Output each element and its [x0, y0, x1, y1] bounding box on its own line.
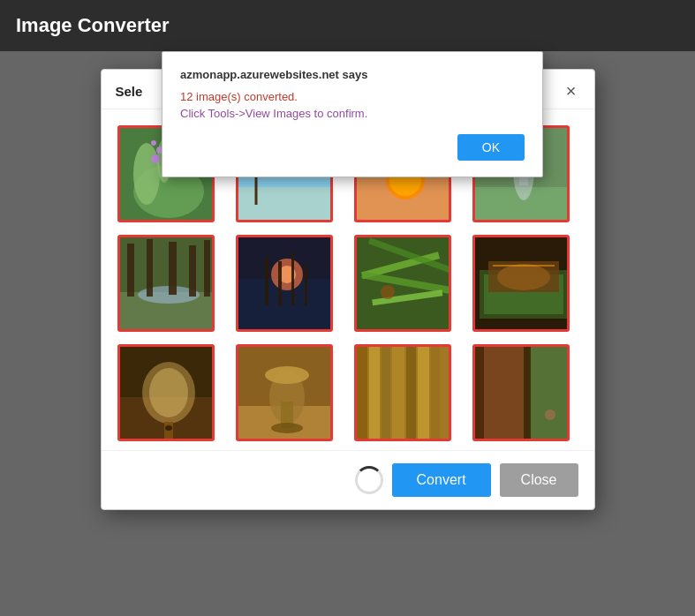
close-button[interactable]: Close	[500, 463, 578, 497]
alert-message-1: 12 image(s) converted.	[180, 90, 525, 103]
svg-point-2	[133, 143, 160, 205]
image-cell[interactable]	[472, 344, 570, 441]
svg-rect-27	[127, 244, 134, 297]
convert-button[interactable]: Convert	[392, 463, 491, 497]
svg-rect-36	[278, 261, 282, 305]
image-placeholder-7	[357, 237, 449, 329]
svg-rect-56	[164, 422, 173, 441]
svg-rect-74	[528, 344, 567, 441]
svg-point-55	[149, 368, 188, 417]
image-placeholder-8	[475, 237, 567, 329]
svg-rect-29	[169, 242, 177, 295]
svg-point-61	[265, 366, 309, 384]
image-cell[interactable]	[236, 344, 333, 441]
image-placeholder-12	[475, 347, 567, 439]
svg-point-4	[151, 154, 160, 163]
alert-message-2: Click Tools->View Images to confirm.	[180, 107, 525, 120]
svg-point-63	[271, 423, 303, 433]
image-cell[interactable]	[354, 344, 451, 441]
svg-point-78	[545, 409, 555, 420]
svg-rect-39	[305, 266, 307, 305]
app-title: Image Converter	[16, 14, 170, 37]
image-placeholder-5	[120, 237, 212, 329]
svg-rect-65	[357, 344, 367, 441]
svg-rect-30	[189, 245, 196, 297]
svg-rect-69	[406, 344, 416, 441]
alert-footer: OK	[180, 134, 525, 161]
svg-rect-28	[147, 239, 153, 297]
svg-point-57	[165, 425, 172, 431]
svg-rect-37	[291, 252, 294, 305]
svg-rect-72	[442, 344, 449, 441]
svg-point-50	[497, 264, 550, 290]
alert-ok-button[interactable]: OK	[457, 134, 525, 161]
image-placeholder-6	[238, 237, 330, 329]
svg-rect-68	[392, 344, 404, 441]
svg-rect-8	[238, 187, 330, 222]
svg-point-45	[381, 285, 395, 299]
loading-spinner	[355, 466, 383, 494]
image-cell[interactable]	[354, 235, 451, 332]
svg-rect-71	[431, 344, 440, 441]
svg-rect-66	[369, 344, 380, 441]
svg-rect-67	[381, 344, 390, 441]
svg-rect-70	[418, 344, 429, 441]
image-placeholder-9	[120, 347, 212, 439]
image-cell[interactable]	[117, 344, 215, 441]
svg-rect-38	[265, 257, 268, 305]
modal-footer: Convert Close	[102, 450, 594, 509]
image-placeholder-10	[238, 347, 330, 439]
image-placeholder-11	[357, 347, 449, 439]
modal-close-button[interactable]: ×	[563, 82, 580, 100]
app-header: Image Converter	[0, 0, 695, 51]
app-body: Sele ×	[0, 51, 695, 616]
modal-title: Sele	[116, 84, 143, 99]
svg-rect-76	[475, 344, 484, 441]
svg-rect-77	[524, 344, 531, 441]
alert-dialog-title: azmonapp.azurewebsites.net says	[180, 68, 525, 81]
svg-point-6	[151, 140, 156, 146]
image-cell[interactable]	[117, 235, 215, 332]
image-cell[interactable]	[236, 235, 333, 332]
alert-dialog: azmonapp.azurewebsites.net says 12 image…	[162, 51, 543, 177]
image-cell[interactable]	[472, 235, 570, 332]
svg-rect-31	[204, 240, 210, 297]
